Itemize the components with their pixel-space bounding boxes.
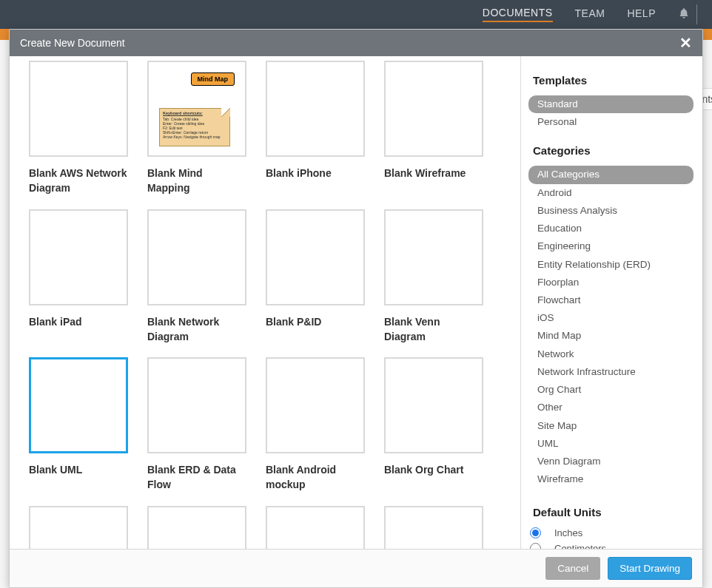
nav-team[interactable]: TEAM bbox=[575, 7, 605, 21]
template-label: Blank Mind Mapping bbox=[147, 166, 246, 196]
template-thumbnail[interactable] bbox=[266, 506, 365, 549]
template-thumbnail[interactable] bbox=[384, 357, 483, 453]
unit-option[interactable]: Centimeters bbox=[528, 543, 693, 549]
template-label: Blank AWS Network Diagram bbox=[29, 166, 128, 196]
category-item[interactable]: Network Infrastructure bbox=[528, 363, 693, 381]
start-drawing-button[interactable]: Start Drawing bbox=[608, 557, 692, 580]
template-item[interactable] bbox=[266, 506, 365, 549]
template-item[interactable]: Blank ERD & Data Flow bbox=[147, 357, 246, 493]
unit-radio[interactable] bbox=[530, 527, 541, 538]
modal-title: Create New Document bbox=[20, 37, 125, 49]
unit-label: Inches bbox=[554, 527, 582, 538]
template-thumbnail[interactable] bbox=[147, 209, 246, 305]
category-item[interactable]: Venn Diagram bbox=[528, 453, 693, 470]
unit-option[interactable]: Inches bbox=[528, 527, 693, 538]
template-item[interactable]: Blank P&ID bbox=[266, 209, 365, 345]
template-scroll-area[interactable]: Blank AWS Network DiagramMind MapKeyboar… bbox=[10, 56, 520, 549]
category-item[interactable]: Flowchart bbox=[528, 291, 693, 309]
template-item[interactable]: Blank UML bbox=[29, 357, 128, 493]
modal-footer: Cancel Start Drawing bbox=[10, 549, 702, 587]
template-thumbnail[interactable]: Mind MapKeyboard shortcuts:Tab: Create c… bbox=[147, 61, 246, 157]
template-thumbnail[interactable] bbox=[266, 357, 365, 453]
template-item[interactable] bbox=[29, 506, 128, 549]
mindmap-badge: Mind Map bbox=[191, 72, 235, 86]
category-item[interactable]: Entity Relationship (ERD) bbox=[528, 256, 693, 274]
template-thumbnail[interactable] bbox=[384, 209, 483, 305]
category-item[interactable]: Business Analysis bbox=[528, 202, 693, 220]
template-thumbnail[interactable] bbox=[266, 209, 365, 305]
categories-heading: Categories bbox=[533, 144, 693, 157]
template-label: Blank ERD & Data Flow bbox=[147, 462, 246, 493]
mindmap-note: Keyboard shortcuts:Tab: Create child ide… bbox=[159, 108, 230, 146]
app-top-nav: DOCUMENTS TEAM HELP bbox=[0, 0, 712, 29]
nav-help[interactable]: HELP bbox=[627, 7, 656, 21]
unit-label: Centimeters bbox=[554, 543, 606, 549]
template-label: Blank Org Chart bbox=[384, 462, 483, 477]
template-label: Blank P&ID bbox=[266, 314, 365, 329]
notifications-bell-icon[interactable] bbox=[678, 7, 690, 21]
template-label: Blank UML bbox=[29, 462, 128, 477]
template-thumbnail[interactable] bbox=[147, 506, 246, 549]
category-item[interactable]: Wireframe bbox=[528, 470, 693, 488]
template-grid: Blank AWS Network DiagramMind MapKeyboar… bbox=[29, 61, 501, 549]
category-item[interactable]: Education bbox=[528, 220, 693, 237]
template-label: Blank Android mockup bbox=[266, 462, 365, 493]
modal-header: Create New Document ✕ bbox=[10, 30, 702, 56]
template-item[interactable]: Blank Android mockup bbox=[266, 357, 365, 493]
template-thumbnail[interactable] bbox=[384, 506, 483, 549]
template-set-item[interactable]: Personal bbox=[528, 113, 693, 131]
template-label: Blank Wireframe bbox=[384, 166, 483, 180]
close-icon[interactable]: ✕ bbox=[679, 38, 692, 48]
category-item[interactable]: Engineering bbox=[528, 237, 693, 255]
template-label: Blank Network Diagram bbox=[147, 314, 246, 345]
template-label: Blank iPhone bbox=[266, 166, 365, 180]
template-item[interactable] bbox=[147, 506, 246, 549]
categories-list: All CategoriesAndroidBusiness AnalysisEd… bbox=[528, 166, 693, 488]
category-item[interactable]: All Categories bbox=[528, 166, 693, 183]
template-label: Blank Venn Diagram bbox=[384, 314, 483, 345]
template-item[interactable]: Blank AWS Network Diagram bbox=[29, 61, 128, 196]
template-thumbnail[interactable] bbox=[266, 61, 365, 157]
modal-sidebar: Templates StandardPersonal Categories Al… bbox=[520, 56, 702, 549]
cancel-button[interactable]: Cancel bbox=[545, 557, 600, 580]
topbar-separator bbox=[696, 4, 697, 24]
template-label: Blank iPad bbox=[29, 314, 128, 329]
template-thumbnail[interactable] bbox=[384, 61, 483, 157]
template-thumbnail[interactable] bbox=[29, 357, 128, 453]
units-heading: Default Units bbox=[533, 506, 693, 518]
templates-heading: Templates bbox=[533, 74, 693, 87]
unit-radio[interactable] bbox=[530, 543, 541, 549]
template-item[interactable]: Blank Org Chart bbox=[384, 357, 483, 493]
template-item[interactable]: Blank Wireframe bbox=[384, 61, 483, 196]
nav-documents[interactable]: DOCUMENTS bbox=[483, 7, 553, 22]
category-item[interactable]: Other bbox=[528, 399, 693, 416]
category-item[interactable]: Android bbox=[528, 184, 693, 202]
template-item[interactable]: Blank Venn Diagram bbox=[384, 209, 483, 345]
category-item[interactable]: UML bbox=[528, 435, 693, 453]
category-item[interactable]: Mind Map bbox=[528, 327, 693, 345]
template-item[interactable] bbox=[384, 506, 483, 549]
category-item[interactable]: Org Chart bbox=[528, 381, 693, 399]
create-document-modal: Create New Document ✕ Blank AWS Network … bbox=[9, 29, 703, 588]
template-item[interactable]: Mind MapKeyboard shortcuts:Tab: Create c… bbox=[147, 61, 246, 196]
units-group: InchesCentimeters bbox=[528, 527, 693, 549]
template-thumbnail[interactable] bbox=[29, 61, 128, 157]
template-item[interactable]: Blank iPhone bbox=[266, 61, 365, 196]
template-sets-list: StandardPersonal bbox=[528, 95, 693, 131]
category-item[interactable]: Network bbox=[528, 345, 693, 363]
template-thumbnail[interactable] bbox=[29, 209, 128, 305]
category-item[interactable]: iOS bbox=[528, 309, 693, 327]
template-item[interactable]: Blank iPad bbox=[29, 209, 128, 345]
template-thumbnail[interactable] bbox=[147, 357, 246, 453]
category-item[interactable]: Floorplan bbox=[528, 274, 693, 291]
template-set-item[interactable]: Standard bbox=[528, 95, 693, 113]
category-item[interactable]: Site Map bbox=[528, 417, 693, 435]
template-item[interactable]: Blank Network Diagram bbox=[147, 209, 246, 345]
template-thumbnail[interactable] bbox=[29, 506, 128, 549]
